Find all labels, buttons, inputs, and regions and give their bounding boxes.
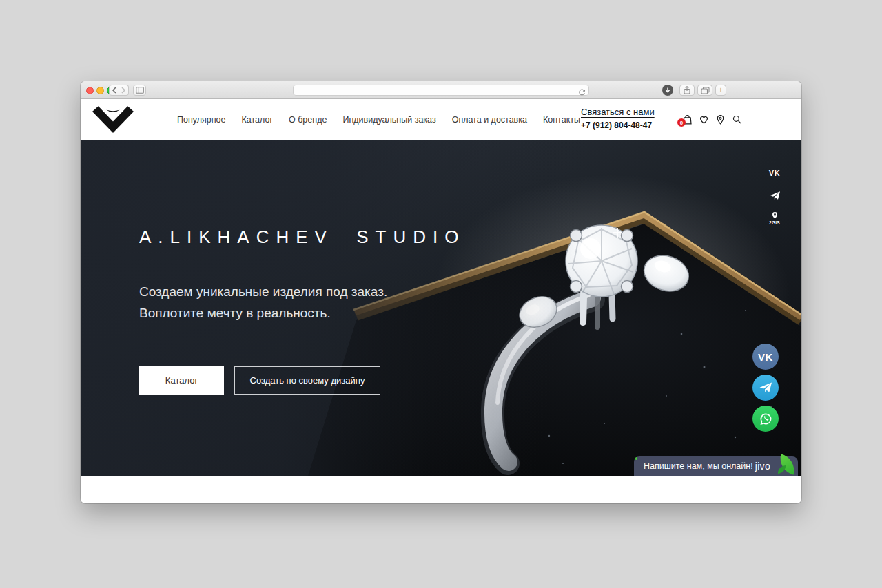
phone-number[interactable]: +7 (912) 804-48-47	[581, 120, 655, 130]
catalog-button[interactable]: Каталог	[139, 366, 224, 395]
telegram-circle-button[interactable]	[752, 375, 779, 401]
browser-window: + Популярное Каталог О бренде Индивидуал…	[81, 81, 801, 503]
favorites-button[interactable]	[698, 114, 710, 125]
brand-logo[interactable]	[92, 105, 134, 134]
address-bar[interactable]	[293, 85, 589, 96]
tabs-icon	[701, 87, 710, 94]
cart-button[interactable]: 0	[681, 114, 693, 125]
nav-catalog[interactable]: Каталог	[242, 115, 273, 125]
diamond-logo-icon	[92, 105, 134, 134]
custom-design-button[interactable]: Создать по своему дизайну	[234, 366, 380, 395]
page-bottom-strip	[81, 476, 801, 503]
chevron-right-icon	[121, 87, 126, 94]
jivo-chat-widget[interactable]: Напишите нам, мы онлайн! jivo	[634, 456, 798, 476]
cart-count-badge: 0	[677, 118, 686, 127]
contact-block: Связаться с нами +7 (912) 804-48-47	[581, 107, 655, 130]
hero-subtitle-line1: Создаем уникальные изделия под заказ.	[139, 281, 465, 302]
hero-content: A.LIKHACHEV STUDIO Создаем уникальные из…	[139, 140, 465, 395]
map-pin-icon	[715, 114, 726, 125]
new-tab-button[interactable]: +	[715, 85, 726, 96]
hero-social-links: VK 2GIS	[767, 166, 782, 225]
whatsapp-icon	[759, 412, 773, 426]
telegram-icon	[759, 381, 772, 394]
nav-individual-order[interactable]: Индивидуальный заказ	[342, 115, 435, 125]
share-button[interactable]	[679, 85, 695, 96]
sidebar-toggle-button[interactable]	[133, 85, 146, 96]
vk-circle-button[interactable]: VK	[752, 344, 779, 370]
nav-about-brand[interactable]: О бренде	[289, 115, 327, 125]
location-button[interactable]	[715, 114, 726, 125]
browser-titlebar: +	[81, 81, 801, 99]
telegram-icon	[769, 191, 781, 201]
vk-icon: VK	[758, 351, 773, 363]
browser-forward-button[interactable]	[119, 85, 129, 96]
main-nav: Популярное Каталог О бренде Индивидуальн…	[177, 99, 580, 140]
nav-popular[interactable]: Популярное	[177, 115, 226, 125]
hero-subtitle-line2: Воплотите мечту в реальность.	[139, 302, 465, 324]
chat-message: Напишите нам, мы онлайн!	[644, 461, 753, 471]
vk-icon: VK	[769, 169, 780, 177]
jivo-green-dot	[635, 457, 638, 460]
downloads-button[interactable]	[662, 85, 673, 96]
contact-us-link[interactable]: Связаться с нами	[581, 107, 655, 117]
close-window-button[interactable]	[86, 87, 94, 94]
browser-back-button[interactable]	[109, 85, 119, 96]
minimize-window-button[interactable]	[96, 87, 104, 94]
heart-icon	[698, 114, 710, 125]
jivo-logo: jivo	[755, 461, 770, 472]
download-arrow-icon	[665, 87, 670, 94]
hero-section: A.LIKHACHEV STUDIO Создаем уникальные из…	[81, 140, 801, 476]
sidebar-icon	[136, 87, 144, 94]
reload-icon[interactable]	[578, 87, 586, 99]
2gis-pin-icon	[770, 211, 779, 220]
search-icon	[731, 114, 743, 125]
whatsapp-circle-button[interactable]	[752, 406, 779, 432]
2gis-link[interactable]: 2GIS	[767, 211, 782, 225]
social-circle-buttons: VK	[752, 344, 779, 432]
2gis-label: 2GIS	[769, 220, 780, 225]
vk-link[interactable]: VK	[767, 166, 782, 180]
header-icons: 0	[681, 114, 743, 125]
nav-payment-delivery[interactable]: Оплата и доставка	[452, 115, 527, 125]
tabs-overview-button[interactable]	[697, 85, 712, 96]
search-button[interactable]	[731, 114, 743, 125]
share-icon	[683, 86, 691, 94]
hero-title: A.LIKHACHEV STUDIO	[139, 227, 465, 248]
site-header: Популярное Каталог О бренде Индивидуальн…	[81, 99, 801, 140]
address-input[interactable]	[294, 85, 588, 95]
chevron-left-icon	[112, 87, 117, 94]
telegram-link[interactable]	[767, 189, 782, 202]
nav-contacts[interactable]: Контакты	[543, 115, 580, 125]
